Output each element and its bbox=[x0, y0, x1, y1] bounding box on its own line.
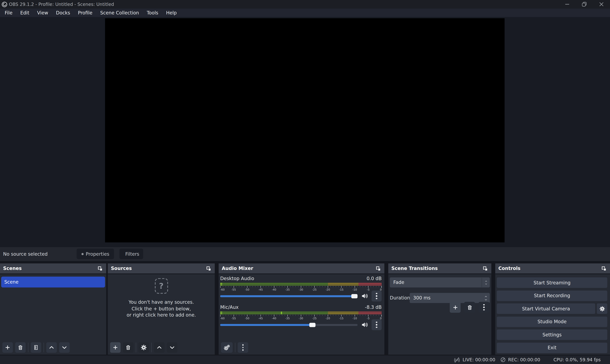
scenes-title: Scenes bbox=[3, 266, 22, 271]
channel-name: Mic/Aux bbox=[220, 305, 238, 310]
menu-profile[interactable]: Profile bbox=[74, 9, 96, 17]
tick-label: -25 bbox=[312, 288, 317, 291]
kebab-icon bbox=[483, 304, 485, 310]
source-toolbar: No source selected Properties Filters bbox=[0, 247, 610, 261]
add-scene-button[interactable] bbox=[2, 342, 13, 353]
kebab-icon bbox=[376, 293, 377, 299]
scene-filters-button[interactable] bbox=[31, 342, 41, 353]
move-source-down-button[interactable] bbox=[167, 342, 177, 353]
menu-file[interactable]: File bbox=[1, 9, 16, 17]
live-signal-icon bbox=[454, 357, 460, 363]
channel-options-button[interactable] bbox=[372, 291, 382, 301]
dock-area: Scenes Scene Sources ? bbox=[0, 261, 610, 355]
close-button[interactable] bbox=[593, 0, 610, 9]
speaker-icon[interactable] bbox=[361, 293, 368, 299]
add-source-button[interactable] bbox=[110, 342, 121, 353]
trash-icon bbox=[467, 304, 472, 310]
menu-help[interactable]: Help bbox=[162, 9, 180, 17]
chevron-up-icon bbox=[484, 280, 488, 282]
volume-slider-handle[interactable] bbox=[309, 323, 316, 327]
sources-title: Sources bbox=[111, 266, 132, 271]
controls-panel: Controls Start Streaming Start Recording… bbox=[495, 263, 610, 355]
tick-label: -5 bbox=[367, 317, 370, 320]
scene-transitions-panel: Scene Transitions Fade Duration 300 ms bbox=[388, 263, 491, 355]
properties-button[interactable]: Properties bbox=[77, 249, 114, 259]
restore-button[interactable] bbox=[576, 0, 593, 9]
move-scene-up-button[interactable] bbox=[46, 342, 57, 353]
duration-input[interactable]: 300 ms bbox=[410, 293, 490, 303]
popout-icon[interactable] bbox=[483, 265, 488, 271]
tick-label: -55 bbox=[231, 317, 236, 320]
remove-source-button[interactable] bbox=[123, 342, 133, 353]
filters-button[interactable]: Filters bbox=[119, 249, 143, 259]
virtual-camera-settings-button[interactable] bbox=[597, 303, 607, 314]
tick-label: -35 bbox=[285, 317, 290, 320]
settings-button[interactable]: Settings bbox=[497, 329, 607, 340]
audio-mixer-toolbar bbox=[221, 342, 248, 353]
tick-label: 0 bbox=[380, 288, 382, 291]
tick-label: -40 bbox=[272, 317, 276, 320]
chevron-up-icon bbox=[156, 345, 162, 351]
channel-volume-db: -8.3 dB bbox=[365, 305, 382, 310]
start-recording-button[interactable]: Start Recording bbox=[497, 290, 607, 301]
controls-panel-header[interactable]: Controls bbox=[495, 263, 610, 274]
tick-label: -60 bbox=[220, 317, 224, 320]
advanced-audio-properties-button[interactable] bbox=[221, 342, 233, 353]
volume-slider-handle[interactable] bbox=[351, 294, 358, 298]
gear-icon bbox=[141, 345, 147, 351]
tick-label: -50 bbox=[245, 288, 249, 291]
scenes-panel-header[interactable]: Scenes bbox=[0, 263, 106, 274]
remove-transition-button[interactable] bbox=[464, 302, 475, 313]
preview-canvas[interactable] bbox=[105, 18, 505, 242]
peak-indicator bbox=[281, 312, 282, 314]
move-scene-down-button[interactable] bbox=[59, 342, 69, 353]
audio-mixer-panel-header[interactable]: Audio Mixer bbox=[219, 263, 385, 274]
volume-slider[interactable] bbox=[220, 324, 358, 326]
menu-scene-collection[interactable]: Scene Collection bbox=[96, 9, 143, 17]
source-properties-button[interactable] bbox=[139, 342, 149, 353]
scene-transitions-panel-header[interactable]: Scene Transitions bbox=[388, 263, 491, 274]
speaker-icon[interactable] bbox=[361, 322, 368, 328]
move-source-up-button[interactable] bbox=[154, 342, 165, 353]
volume-meter bbox=[220, 283, 382, 286]
menu-docks[interactable]: Docks bbox=[52, 9, 74, 17]
trash-icon bbox=[125, 345, 131, 351]
double-gear-icon bbox=[224, 344, 230, 351]
tick-label: -20 bbox=[326, 317, 330, 320]
remove-scene-button[interactable] bbox=[15, 342, 26, 353]
volume-slider[interactable] bbox=[220, 295, 358, 297]
menu-view[interactable]: View bbox=[33, 9, 52, 17]
start-virtual-camera-button[interactable]: Start Virtual Camera bbox=[497, 303, 595, 314]
tick-label: -20 bbox=[326, 288, 330, 291]
question-mark-icon: ? bbox=[155, 278, 168, 294]
meter-scale: -60-55-50-45-40-35-30-25-20-15-10-50 bbox=[220, 288, 382, 291]
studio-mode-button[interactable]: Studio Mode bbox=[497, 316, 607, 327]
scene-list-item-selected[interactable]: Scene bbox=[1, 277, 105, 287]
sources-panel-header[interactable]: Sources bbox=[108, 263, 215, 274]
start-streaming-button[interactable]: Start Streaming bbox=[497, 277, 607, 288]
kebab-icon bbox=[376, 322, 377, 328]
audio-mixer-title: Audio Mixer bbox=[222, 266, 253, 271]
duration-label: Duration bbox=[390, 295, 410, 300]
popout-icon[interactable] bbox=[375, 265, 381, 271]
menu-tools[interactable]: Tools bbox=[143, 9, 162, 17]
minimize-button[interactable] bbox=[559, 0, 576, 9]
transition-select[interactable]: Fade bbox=[390, 277, 490, 287]
transition-options-button[interactable] bbox=[479, 302, 489, 313]
mixer-options-button[interactable] bbox=[238, 342, 248, 353]
popout-icon[interactable] bbox=[206, 265, 212, 271]
add-transition-button[interactable] bbox=[450, 302, 461, 313]
exit-button[interactable]: Exit bbox=[497, 342, 607, 353]
tick-label: -45 bbox=[258, 288, 263, 291]
popout-icon[interactable] bbox=[97, 265, 103, 271]
popout-icon[interactable] bbox=[601, 265, 607, 271]
chevron-down-icon bbox=[169, 345, 175, 351]
spin-down-button[interactable] bbox=[484, 297, 488, 302]
channel-name: Desktop Audio bbox=[220, 276, 254, 281]
menu-edit[interactable]: Edit bbox=[16, 9, 33, 17]
tick-label: -10 bbox=[353, 288, 357, 291]
combo-spinner[interactable] bbox=[482, 278, 490, 287]
channel-options-button[interactable] bbox=[372, 319, 382, 330]
live-time: LIVE: 00:00:00 bbox=[463, 357, 495, 363]
obs-logo-icon bbox=[1, 1, 7, 7]
